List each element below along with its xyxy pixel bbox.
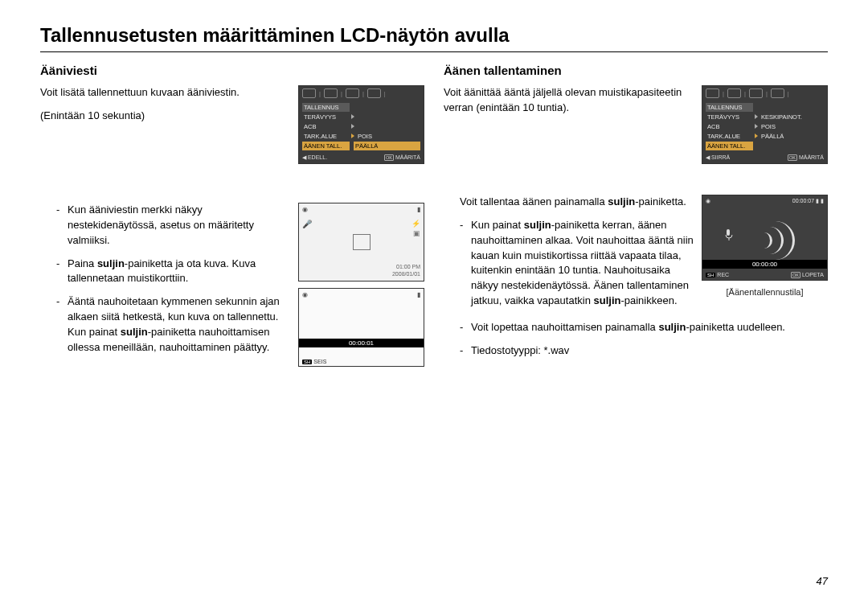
bullet-file-type: Tiedostotyyppi: *.wav xyxy=(460,343,828,359)
display-icon xyxy=(346,88,359,98)
display-icon xyxy=(749,88,763,98)
focus-frame xyxy=(353,234,371,250)
menu-section: TALLENNUS xyxy=(302,103,350,112)
voice-rec-lcd-stack: ◉ 00:00:07 ▮ ▮ 00:00:00 xyxy=(702,195,828,297)
voice-memo-intro-1: Voit lisätä tallennettuun kuvaan äänivie… xyxy=(40,85,290,101)
voice-rec-intro: Voit äänittää ääntä jäljellä olevan muis… xyxy=(444,85,694,116)
menu-item-acb: ACB xyxy=(706,122,753,131)
lcd-menu-body: TALLENNUS TERÄVYYS ACB TARK.ALUEPOIS ÄÄN… xyxy=(299,101,424,153)
bullet-memo-indicator: Kun ääniviestin merkki näkyy nestekidenä… xyxy=(56,203,284,249)
voice-memo-bullets: Kun ääniviestin merkki näkyy nestekidenä… xyxy=(40,203,284,364)
lcd-menu-voice-rec: | | | | TALLENNUS TERÄVYYSKESKIPAINOT. A… xyxy=(702,85,828,164)
preview-datetime: 01:00 PM 2008/01/01 xyxy=(392,264,420,277)
ok-label: OK xyxy=(791,272,800,278)
setup-icon xyxy=(367,88,381,98)
move-hint: ◀ SIIRRÄ xyxy=(706,154,730,161)
camera-icon xyxy=(706,88,719,98)
menu-item-voice-rec-selected: ÄÄNEN TALL. xyxy=(302,142,350,150)
voice-memo-icon: 🎤 xyxy=(302,220,312,228)
voice-memo-intro-row: Voit lisätä tallennettuun kuvaan äänivie… xyxy=(40,85,424,171)
menu-item-acb: ACB xyxy=(302,122,350,131)
voice-memo-lcd-stack: ◉ ▮ 🎤 ⚡ ▣ 01:00 PM 2008/01/01 xyxy=(298,203,424,373)
column-voice-memo: Ääniviesti Voit lisätä tallennettuun kuv… xyxy=(40,64,424,373)
lcd-top-tabs: | | | | xyxy=(702,86,827,101)
voice-memo-heading: Ääniviesti xyxy=(40,64,424,77)
voice-memo-intro-2: (Enintään 10 sekuntia) xyxy=(40,109,290,124)
menu-option-off: POIS xyxy=(356,132,420,141)
voice-memo-intro-text: Voit lisätä tallennettuun kuvaan äänivie… xyxy=(40,85,290,132)
rec-bottom-bar: SHREC OKLOPETA xyxy=(706,272,824,278)
chevron-right-icon xyxy=(755,134,758,138)
sh-label: SH xyxy=(302,360,312,364)
page-title: Tallennusetusten määrittäminen LCD-näytö… xyxy=(40,24,828,47)
rec-label: REC xyxy=(717,272,729,277)
camera-mode-icon: ◉ xyxy=(302,291,308,298)
stop-label: SEIS xyxy=(313,359,326,364)
lcd-recording-mode: ◉ 00:00:07 ▮ ▮ 00:00:00 xyxy=(702,195,828,281)
menu-section: TALLENNUS xyxy=(706,103,753,112)
bullet-rec-stop: Voit lopettaa nauhoittamisen painamalla … xyxy=(460,320,828,335)
rec-timer: 00:00:01 xyxy=(299,339,424,347)
menu-opt-off: POIS xyxy=(760,122,824,131)
menu-item-voice-rec-selected: ÄÄNEN TALL. xyxy=(706,142,753,150)
manual-page: Tallennusetusten määrittäminen LCD-näytö… xyxy=(0,0,868,600)
rec-bottom-hint: SHSEIS xyxy=(302,359,326,364)
ok-hint: OKMÄÄRITÄ xyxy=(788,154,824,161)
menu-item-focus-area: TARK.ALUE xyxy=(706,132,753,141)
quality-icon: ▣ xyxy=(413,229,420,237)
voice-rec-bullets: Kun painat suljin-painiketta kerran, ään… xyxy=(444,218,694,309)
menu-item-focus-area: TARK.ALUE xyxy=(302,132,350,141)
chevron-right-icon xyxy=(351,114,354,119)
chevron-right-icon xyxy=(351,134,354,138)
voice-rec-intro-row: Voit äänittää ääntä jäljellä olevan muis… xyxy=(444,85,828,171)
title-rule xyxy=(40,51,828,52)
menu-item-sharpness: TERÄVYYS xyxy=(302,113,350,121)
elapsed-time: 00:00:07 ▮ ▮ xyxy=(792,198,824,204)
camera-icon xyxy=(302,88,316,98)
ok-hint: OKMÄÄRITÄ xyxy=(384,154,420,161)
sh-label: SH xyxy=(706,273,715,277)
lcd-recording-timer: ◉ ▮ 00:00:01 SHSEIS xyxy=(298,288,424,367)
sound-icon xyxy=(324,88,338,98)
chevron-right-icon xyxy=(351,124,354,129)
chevron-right-icon xyxy=(755,124,758,129)
menu-opt-on: PÄÄLLÄ xyxy=(760,132,824,141)
lcd-caption: [Äänentallennustila] xyxy=(702,287,828,297)
chevron-right-icon xyxy=(755,114,758,119)
bullet-record-10s: Ääntä nauhoitetaan kymmenen sekunnin aja… xyxy=(56,294,284,355)
voice-rec-body-text: Voit tallentaa äänen painamalla suljin-p… xyxy=(444,195,694,317)
voice-rec-body: Voit tallentaa äänen painamalla suljin-p… xyxy=(444,195,828,317)
menu-opt-center: KESKIPAINOT. xyxy=(760,113,824,121)
battery-icon: ▮ xyxy=(417,291,420,298)
camera-mode-icon: ◉ xyxy=(302,206,308,213)
battery-icon: ▮ xyxy=(417,206,420,213)
microphone-icon xyxy=(725,229,733,240)
lcd-bottom-hints: ◀ SIIRRÄ OKMÄÄRITÄ xyxy=(702,153,827,163)
lcd-top-tabs: | | | | xyxy=(299,86,424,101)
page-number: 47 xyxy=(817,575,828,587)
voice-rec-heading: Äänen tallentaminen xyxy=(444,64,828,77)
lcd-menu-body: TALLENNUS TERÄVYYSKESKIPAINOT. ACBPOIS T… xyxy=(702,101,827,153)
menu-item-sharpness: TERÄVYYS xyxy=(706,113,753,121)
voice-memo-body: Kun ääniviestin merkki näkyy nestekidenä… xyxy=(40,203,424,373)
bullet-press-shutter: Paina suljin-painiketta ja ota kuva. Kuv… xyxy=(56,257,284,287)
column-voice-recording: Äänen tallentaminen Voit äänittää ääntä … xyxy=(444,64,828,373)
back-hint: ◀ EDELL. xyxy=(302,154,327,161)
setup-icon xyxy=(771,88,784,98)
voice-rec-sub-intro: Voit tallentaa äänen painamalla suljin-p… xyxy=(444,195,694,210)
two-column-layout: Ääniviesti Voit lisätä tallennettuun kuv… xyxy=(40,64,828,373)
stop-label: LOPETA xyxy=(802,272,824,277)
menu-option-on-selected: PÄÄLLÄ xyxy=(354,142,420,150)
rec-mode-icon: ◉ xyxy=(706,198,710,204)
lcd-bottom-hints: ◀ EDELL. OKMÄÄRITÄ xyxy=(299,153,424,163)
voice-rec-bullets-2: Voit lopettaa nauhoittamisen painamalla … xyxy=(444,320,828,359)
lcd-preview-screen: ◉ ▮ 🎤 ⚡ ▣ 01:00 PM 2008/01/01 xyxy=(298,203,424,282)
rec-main-timer: 00:00:00 xyxy=(702,260,827,269)
svg-rect-0 xyxy=(727,229,730,236)
sound-icon xyxy=(727,88,741,98)
lcd-menu-voice-memo: | | | | TALLENNUS TERÄVYYS ACB xyxy=(298,85,424,164)
flash-icon: ⚡ xyxy=(411,220,420,228)
bullet-rec-start: Kun painat suljin-painiketta kerran, ään… xyxy=(460,218,694,309)
